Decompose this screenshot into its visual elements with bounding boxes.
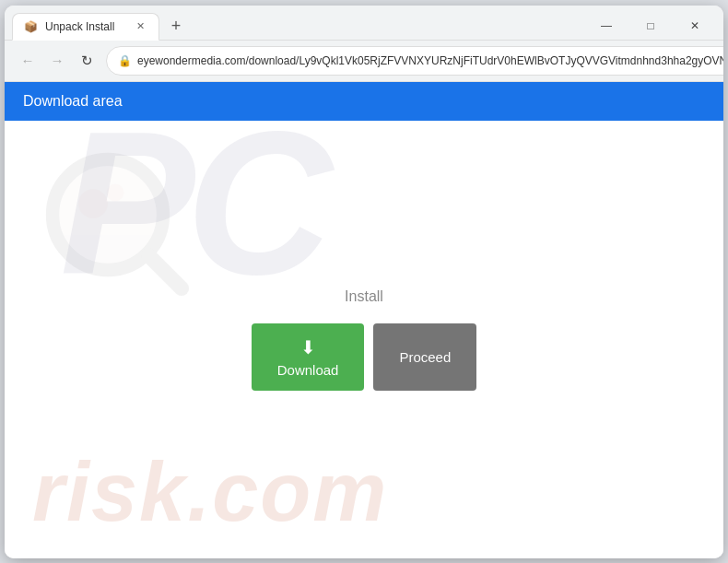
security-lock-icon: 🔒 — [118, 54, 132, 67]
svg-point-3 — [106, 183, 123, 201]
svg-point-2 — [78, 189, 108, 218]
action-buttons: ⬇ Download Proceed — [252, 323, 477, 391]
new-tab-button[interactable]: + — [163, 14, 189, 40]
download-area-header: Download area — [5, 82, 723, 121]
browser-window: 📦 Unpack Install ✕ + — □ ✕ ← → ↻ 🔒 eyewo… — [5, 6, 723, 558]
watermark-pc-text: PC — [60, 121, 323, 305]
close-button[interactable]: ✕ — [674, 12, 716, 40]
page-body: PC risk.com Install ⬇ Download Proceed — [5, 121, 723, 558]
forward-button[interactable]: → — [43, 47, 71, 75]
download-button[interactable]: ⬇ Download — [252, 323, 365, 391]
proceed-button-label: Proceed — [399, 349, 451, 365]
page-content: Download area PC risk.com Install — [5, 82, 723, 558]
main-content: Install ⬇ Download Proceed — [252, 288, 477, 391]
download-icon: ⬇ — [300, 336, 316, 358]
install-label: Install — [345, 288, 383, 305]
active-tab[interactable]: 📦 Unpack Install ✕ — [12, 13, 159, 41]
tab-favicon: 📦 — [24, 20, 38, 33]
download-button-label: Download — [277, 362, 339, 378]
window-controls: — □ ✕ — [585, 12, 716, 40]
svg-point-0 — [53, 159, 163, 270]
proceed-button[interactable]: Proceed — [373, 323, 476, 391]
tab-title: Unpack Install — [45, 20, 125, 33]
maximize-button[interactable]: □ — [629, 12, 672, 40]
minimize-button[interactable]: — — [585, 12, 628, 40]
tab-close-button[interactable]: ✕ — [133, 19, 147, 34]
omnibar-row: ← → ↻ 🔒 eyewondermedia.com/download/Ly9v… — [5, 41, 723, 82]
url-text: eyewondermedia.com/download/Ly9vQkl1Vk05… — [137, 54, 723, 67]
reload-button[interactable]: ↻ — [73, 47, 100, 75]
magnifier-watermark — [41, 148, 189, 296]
tabs-row: 📦 Unpack Install ✕ + — □ ✕ — [5, 6, 723, 41]
download-area-title: Download area — [23, 93, 123, 109]
back-button[interactable]: ← — [14, 47, 41, 75]
watermark-risk-text: risk.com — [32, 445, 388, 540]
nav-buttons: ← → ↻ — [14, 47, 100, 75]
address-bar[interactable]: 🔒 eyewondermedia.com/download/Ly9vQkl1Vk… — [106, 46, 723, 76]
svg-line-1 — [148, 255, 182, 288]
